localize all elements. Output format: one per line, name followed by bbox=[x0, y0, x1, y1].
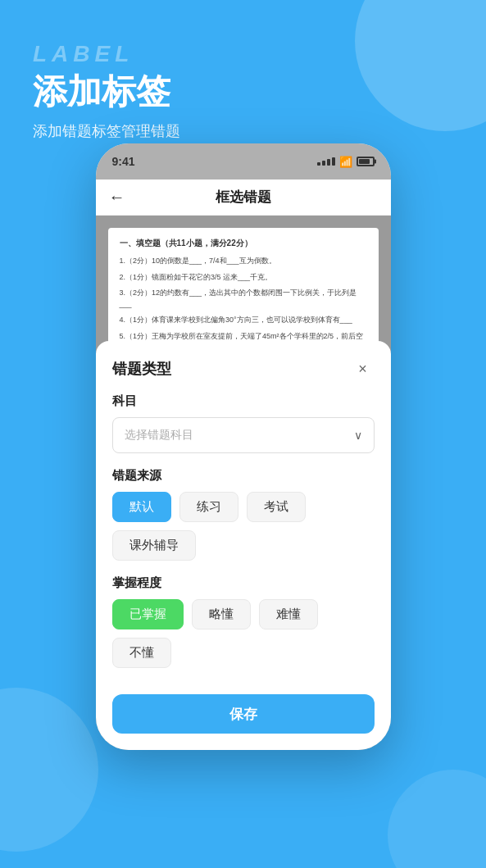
mastery-tags-row: 已掌握 略懂 难懂 不懂 bbox=[112, 599, 375, 668]
status-icons: 📶 bbox=[317, 156, 375, 168]
modal-title: 错题类型 bbox=[112, 359, 171, 379]
mastery-tag-partial[interactable]: 略懂 bbox=[192, 599, 251, 629]
header: LABEL 添加标签 添加错题标签管理错题 bbox=[0, 0, 486, 157]
subject-label: 科目 bbox=[112, 393, 375, 409]
dropdown-placeholder: 选择错题科目 bbox=[125, 428, 193, 443]
header-subtitle: 添加错题标签管理错题 bbox=[33, 121, 453, 141]
battery-icon bbox=[357, 157, 375, 166]
source-label: 错题来源 bbox=[112, 468, 375, 484]
bg-circle-bottom-right bbox=[388, 770, 486, 868]
status-time: 9:41 bbox=[112, 155, 135, 168]
signal-icon bbox=[317, 157, 335, 166]
header-title: 添加标签 bbox=[33, 69, 453, 115]
phone-frame: 9:41 📶 ← 框选错题 一、填空 bbox=[96, 143, 391, 750]
wifi-icon: 📶 bbox=[339, 156, 352, 168]
save-button-container: 保存 bbox=[112, 683, 375, 750]
save-button[interactable]: 保存 bbox=[112, 694, 375, 734]
source-tag-default[interactable]: 默认 bbox=[112, 492, 171, 522]
header-watermark: LABEL bbox=[33, 41, 453, 67]
phone-mockup: 9:41 📶 ← 框选错题 一、填空 bbox=[96, 143, 391, 750]
modal-header: 错题类型 × bbox=[112, 357, 375, 380]
mastery-tag-mastered[interactable]: 已掌握 bbox=[112, 599, 184, 629]
source-tag-extra[interactable]: 课外辅导 bbox=[112, 530, 196, 561]
source-tag-practice[interactable]: 练习 bbox=[179, 492, 238, 522]
close-button[interactable]: × bbox=[352, 357, 375, 380]
doc-line-1: 1.（2分）10的倒数是___，7/4和___互为倒数。 bbox=[120, 256, 367, 267]
app-navbar: ← 框选错题 bbox=[96, 180, 391, 216]
back-button[interactable]: ← bbox=[109, 188, 125, 207]
doc-line-2: 2.（1分）镜面粉如干花它的3/5 运来___千克。 bbox=[120, 272, 367, 284]
mastery-tag-unknown[interactable]: 不懂 bbox=[112, 638, 171, 668]
source-tag-exam[interactable]: 考试 bbox=[247, 492, 306, 522]
navbar-title: 框选错题 bbox=[216, 188, 271, 207]
source-tags-row: 默认 练习 考试 课外辅导 bbox=[112, 492, 375, 561]
modal-sheet: 错题类型 × 科目 选择错题科目 ∨ 错题来源 默认 练习 考试 课外辅导 bbox=[96, 341, 391, 750]
status-bar: 9:41 📶 bbox=[96, 143, 391, 180]
doc-line-4: 4.（1分）体育课来学校到北偏角30°方向三，也可以说学校到体育有___ bbox=[120, 315, 367, 326]
mastery-tag-hard[interactable]: 难懂 bbox=[259, 599, 318, 629]
doc-section-title: 一、填空题（共11小题，满分22分） bbox=[120, 238, 367, 249]
subject-dropdown[interactable]: 选择错题科目 ∨ bbox=[112, 417, 375, 453]
doc-line-3: 3.（2分）12的约数有___，选出其中的个数都闭围一下比例关，于比列是___ bbox=[120, 288, 367, 310]
bg-circle-bottom-left bbox=[0, 688, 98, 852]
dropdown-arrow-icon: ∨ bbox=[354, 429, 362, 442]
mastery-label: 掌握程度 bbox=[112, 575, 375, 591]
modal-overlay: 错题类型 × 科目 选择错题科目 ∨ 错题来源 默认 练习 考试 课外辅导 bbox=[96, 352, 391, 750]
